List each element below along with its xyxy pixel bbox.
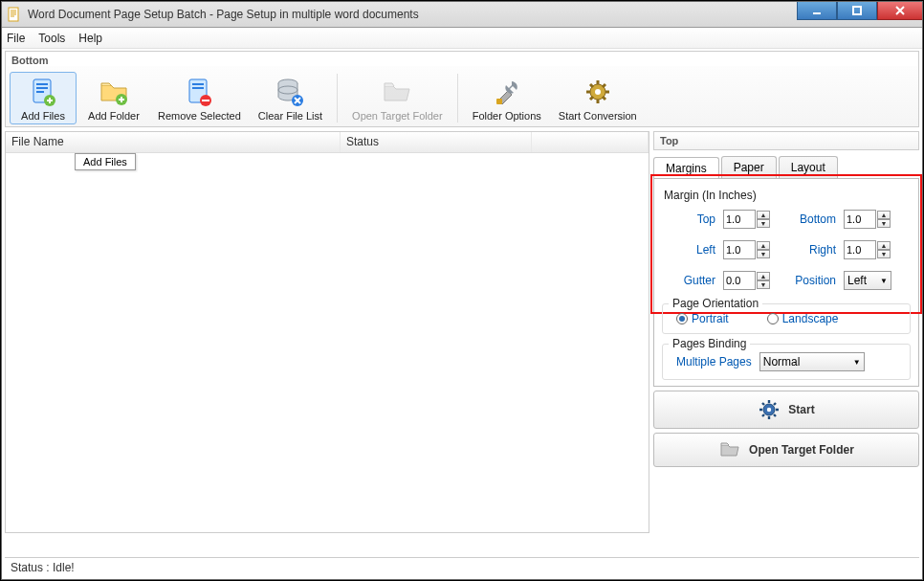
chevron-down-icon: ▼ — [880, 277, 888, 285]
title-bar: Word Document Page Setup Batch - Page Se… — [1, 1, 923, 28]
label-multiple-pages: Multiple Pages — [676, 355, 752, 369]
spin-up-icon[interactable]: ▲ — [757, 241, 770, 250]
spin-down-icon[interactable]: ▼ — [757, 219, 770, 228]
spin-up-icon[interactable]: ▲ — [877, 241, 891, 250]
radio-icon — [767, 313, 779, 324]
label-left: Left — [664, 243, 717, 257]
file-remove-icon — [182, 75, 216, 109]
open-target-folder-big-button[interactable]: Open Target Folder — [653, 433, 919, 467]
menu-help[interactable]: Help — [78, 32, 102, 45]
label-position: Position — [784, 274, 838, 287]
spin-down-icon[interactable]: ▼ — [877, 250, 891, 258]
file-add-icon — [26, 75, 60, 109]
add-files-button[interactable]: Add Files — [10, 72, 77, 124]
folder-open-icon — [718, 437, 741, 463]
spin-down-icon[interactable]: ▼ — [877, 219, 891, 228]
svg-rect-10 — [192, 83, 204, 85]
svg-rect-11 — [192, 87, 204, 89]
column-empty[interactable] — [532, 132, 649, 152]
open-target-folder-label: Open Target Folder — [352, 110, 443, 122]
margin-right-input[interactable]: ▲▼ — [844, 240, 899, 259]
column-file-name[interactable]: File Name — [6, 132, 341, 152]
orientation-title: Page Orientation — [669, 297, 762, 310]
label-bottom: Bottom — [784, 212, 838, 226]
spin-up-icon[interactable]: ▲ — [757, 272, 770, 280]
tab-strip: Margins Paper Layout — [653, 156, 919, 178]
tools-icon — [490, 75, 524, 109]
toolbar-separator — [457, 74, 458, 123]
clear-list-button[interactable]: Clear File List — [252, 72, 329, 124]
folder-options-button[interactable]: Folder Options — [466, 72, 548, 124]
status-bar: Status : Idle! — [5, 557, 919, 576]
right-section-label: Top — [653, 131, 919, 150]
minimize-button[interactable] — [797, 1, 837, 20]
tab-paper[interactable]: Paper — [721, 156, 777, 178]
gear-icon — [581, 75, 615, 109]
open-target-label: Open Target Folder — [749, 443, 854, 457]
gear-icon — [758, 398, 781, 421]
folder-open-icon — [380, 75, 414, 109]
add-folder-label: Add Folder — [88, 110, 140, 122]
label-gutter: Gutter — [664, 274, 717, 287]
tooltip: Add Files — [75, 153, 136, 170]
label-right: Right — [784, 243, 838, 257]
svg-point-19 — [595, 89, 601, 95]
folder-add-icon — [97, 75, 131, 109]
folder-options-label: Folder Options — [473, 110, 541, 122]
toolbar-section-label: Bottom — [5, 51, 919, 66]
margin-bottom-input[interactable]: ▲▼ — [844, 210, 899, 229]
binding-title: Pages Binding — [669, 337, 750, 350]
svg-rect-1 — [813, 12, 821, 14]
start-conversion-label: Start Conversion — [559, 110, 637, 122]
label-top: Top — [664, 212, 717, 226]
margin-top-input[interactable]: ▲▼ — [723, 210, 779, 229]
chevron-down-icon: ▼ — [853, 358, 861, 367]
app-icon — [7, 7, 22, 22]
multiple-pages-select[interactable]: Normal▼ — [759, 352, 865, 371]
svg-rect-5 — [36, 87, 48, 89]
menu-bar: File Tools Help — [1, 28, 923, 49]
menu-file[interactable]: File — [7, 32, 25, 45]
svg-rect-4 — [36, 83, 48, 85]
tab-content-margins: Margin (In Inches) Top ▲▼ Bottom ▲▼ Left… — [653, 178, 919, 387]
spin-down-icon[interactable]: ▼ — [757, 280, 770, 289]
spin-up-icon[interactable]: ▲ — [757, 211, 770, 219]
window-title: Word Document Page Setup Batch - Page Se… — [28, 8, 419, 21]
binding-group: Pages Binding Multiple Pages Normal▼ — [662, 344, 911, 380]
gutter-input[interactable]: ▲▼ — [723, 271, 779, 290]
toolbar: Add Files Add Folder Remove Selected Cle… — [6, 66, 918, 126]
close-button[interactable] — [877, 1, 923, 20]
svg-rect-6 — [36, 91, 44, 93]
remove-selected-label: Remove Selected — [158, 110, 241, 122]
start-conversion-button[interactable]: Start Conversion — [552, 72, 644, 124]
svg-rect-13 — [202, 100, 209, 101]
svg-point-21 — [767, 408, 771, 412]
position-select[interactable]: Left▼ — [844, 271, 891, 290]
radio-icon — [676, 313, 688, 324]
database-clear-icon — [273, 75, 307, 109]
spin-down-icon[interactable]: ▼ — [757, 250, 770, 258]
clear-list-label: Clear File List — [258, 110, 322, 122]
orientation-group: Page Orientation Portrait Landscape — [662, 303, 911, 334]
radio-portrait[interactable]: Portrait — [676, 312, 729, 325]
file-list[interactable]: File Name Status Add Files — [5, 131, 649, 533]
list-header: File Name Status — [6, 132, 649, 153]
tab-margins[interactable]: Margins — [653, 157, 719, 179]
margin-group-title: Margin (In Inches) — [664, 189, 914, 202]
start-button[interactable]: Start — [653, 391, 919, 429]
spin-up-icon[interactable]: ▲ — [877, 211, 891, 219]
remove-selected-button[interactable]: Remove Selected — [151, 72, 248, 124]
radio-landscape[interactable]: Landscape — [767, 312, 839, 325]
start-label: Start — [788, 403, 814, 416]
margin-left-input[interactable]: ▲▼ — [723, 240, 779, 259]
status-text: Status : Idle! — [11, 561, 75, 574]
toolbar-separator — [337, 74, 338, 123]
svg-rect-2 — [853, 7, 861, 14]
maximize-button[interactable] — [837, 1, 877, 20]
add-files-label: Add Files — [21, 110, 65, 122]
column-status[interactable]: Status — [341, 132, 532, 152]
add-folder-button[interactable]: Add Folder — [80, 72, 147, 124]
menu-tools[interactable]: Tools — [38, 32, 65, 45]
tab-layout[interactable]: Layout — [779, 156, 838, 178]
open-target-folder-button[interactable]: Open Target Folder — [345, 72, 450, 124]
